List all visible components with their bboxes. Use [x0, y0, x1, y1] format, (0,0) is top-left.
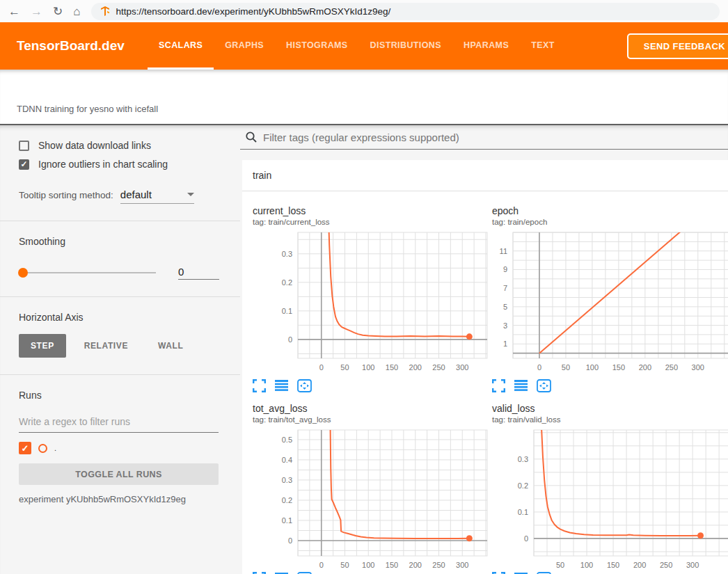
tab-hparams[interactable]: HPARAMS	[452, 22, 520, 70]
data-table-icon	[275, 380, 288, 391]
run-color-swatch-icon	[38, 444, 47, 453]
svg-text:0.5: 0.5	[282, 436, 292, 444]
back-icon[interactable]: ←	[8, 6, 20, 17]
svg-text:150: 150	[386, 363, 398, 372]
fit-to-domain-icon	[297, 379, 312, 392]
fit-domain-button[interactable]	[297, 572, 312, 574]
runs-label: Runs	[19, 390, 219, 401]
tooltip-sorting-label: Tooltip sorting method:	[19, 190, 113, 200]
expand-chart-button[interactable]	[253, 572, 266, 574]
smoothing-slider[interactable]	[19, 272, 156, 273]
tab-distributions[interactable]: DISTRIBUTIONS	[359, 22, 452, 70]
tab-text[interactable]: TEXT	[520, 22, 566, 70]
view-data-table-button[interactable]	[275, 380, 288, 391]
svg-text:200: 200	[409, 561, 422, 568]
line-chart-epoch[interactable]: 0501001502002503001357911	[492, 228, 728, 376]
chart-card-valid-loss: valid_loss tag: train/valid_loss 5010015…	[492, 403, 728, 574]
experiment-title-bar: TDNN training for yesno with icefall	[0, 70, 728, 125]
svg-text:200: 200	[409, 363, 422, 372]
run-checkbox[interactable]	[19, 442, 31, 454]
svg-text:0: 0	[288, 335, 292, 344]
fit-to-domain-icon	[297, 572, 312, 574]
svg-text:3: 3	[503, 321, 507, 330]
general-settings-section: Show data download links Ignore outliers…	[0, 125, 240, 221]
chart-card-epoch: epoch tag: train/epoch 05010015020025030…	[492, 205, 728, 393]
address-bar[interactable]: https://tensorboard.dev/experiment/yKUbh…	[91, 3, 720, 20]
svg-text:0: 0	[319, 561, 324, 568]
svg-text:250: 250	[660, 561, 672, 568]
ignore-outliers-row: Ignore outliers in chart scaling	[19, 159, 219, 170]
chart-actions	[492, 378, 728, 393]
axis-relative-button[interactable]: RELATIVE	[72, 334, 140, 358]
axis-step-button[interactable]: STEP	[19, 334, 66, 358]
chart-tag: tag: train/valid_loss	[492, 415, 728, 424]
fit-domain-button[interactable]	[537, 572, 551, 574]
svg-text:100: 100	[580, 561, 593, 568]
svg-text:150: 150	[607, 561, 619, 568]
brand-title: TensorBoard.dev	[17, 38, 148, 54]
svg-text:250: 250	[665, 363, 678, 372]
chart-title: current_loss	[253, 205, 492, 216]
expand-chart-button[interactable]	[492, 572, 505, 574]
settings-sidebar: Show data download links Ignore outliers…	[0, 125, 240, 574]
fullscreen-icon	[253, 572, 266, 574]
send-feedback-button[interactable]: SEND FEEDBACK	[627, 33, 728, 59]
svg-text:0.1: 0.1	[282, 516, 292, 525]
line-chart-valid-loss[interactable]: 5010015020025030000.10.20.3	[492, 426, 728, 568]
axis-wall-button[interactable]: WALL	[146, 334, 195, 358]
svg-text:0: 0	[524, 534, 528, 543]
expand-chart-button[interactable]	[253, 379, 266, 392]
show-download-links-label: Show data download links	[38, 140, 151, 151]
svg-text:0.3: 0.3	[518, 455, 528, 463]
tab-scalars[interactable]: SCALARS	[148, 22, 214, 70]
toggle-all-runs-button[interactable]: TOGGLE ALL RUNS	[19, 463, 219, 485]
view-data-table-button[interactable]	[514, 380, 528, 391]
line-chart-tot-avg-loss[interactable]: 05010015020025030000.10.20.30.40.5	[253, 426, 492, 568]
horizontal-axis-options: STEP RELATIVE WALL	[19, 334, 219, 358]
tab-histograms[interactable]: HISTOGRAMS	[275, 22, 359, 70]
smoothing-value-field[interactable]: 0	[178, 266, 219, 280]
tooltip-sorting-select[interactable]: default	[120, 189, 194, 204]
fit-domain-button[interactable]	[297, 379, 312, 392]
forward-icon[interactable]: →	[31, 6, 42, 17]
chart-tag: tag: train/tot_avg_loss	[253, 415, 492, 424]
filter-tags-input[interactable]	[263, 131, 728, 143]
svg-text:11: 11	[500, 247, 507, 255]
tensorboard-page: ← → ↻ ⌂ https://tensorboard.dev/experime…	[0, 0, 728, 574]
svg-text:1: 1	[503, 340, 507, 348]
svg-text:0.2: 0.2	[282, 278, 292, 287]
content-body: Show data download links Ignore outliers…	[0, 125, 728, 574]
search-icon	[245, 131, 258, 143]
ignore-outliers-checkbox[interactable]	[19, 159, 29, 170]
home-icon[interactable]: ⌂	[73, 6, 80, 17]
svg-text:250: 250	[432, 363, 445, 372]
svg-text:50: 50	[340, 561, 349, 568]
fit-domain-button[interactable]	[537, 379, 551, 392]
reload-icon[interactable]: ↻	[53, 6, 63, 17]
scalars-main-panel: train current_loss tag: train/current_lo…	[240, 125, 728, 574]
show-download-links-row: Show data download links	[19, 140, 219, 151]
smoothing-slider-handle[interactable]	[18, 268, 28, 278]
runs-section: Runs . TOGGLE ALL RUNS experiment yKUbhb…	[0, 374, 240, 521]
svg-text:300: 300	[686, 561, 699, 568]
svg-text:5: 5	[503, 303, 507, 311]
fit-to-domain-icon	[537, 572, 551, 574]
svg-text:250: 250	[432, 561, 445, 568]
svg-text:0.2: 0.2	[282, 496, 292, 504]
expand-chart-button[interactable]	[492, 379, 505, 392]
line-chart-current-loss[interactable]: 05010015020025030000.10.20.3	[253, 228, 492, 376]
svg-text:300: 300	[456, 561, 468, 568]
svg-text:0.2: 0.2	[518, 481, 528, 490]
svg-text:7: 7	[503, 284, 507, 292]
train-group-label: train	[253, 170, 271, 181]
chart-tag: tag: train/epoch	[492, 218, 728, 226]
show-download-links-checkbox[interactable]	[19, 141, 29, 151]
ignore-outliers-label: Ignore outliers in chart scaling	[38, 159, 168, 170]
svg-text:0: 0	[319, 363, 324, 372]
tab-graphs[interactable]: GRAPHS	[214, 22, 275, 70]
horizontal-axis-label: Horizontal Axis	[19, 312, 219, 323]
svg-text:300: 300	[692, 363, 704, 372]
runs-filter-input[interactable]	[19, 411, 219, 433]
fullscreen-icon	[492, 572, 505, 574]
train-group-header[interactable]: train	[242, 160, 728, 191]
